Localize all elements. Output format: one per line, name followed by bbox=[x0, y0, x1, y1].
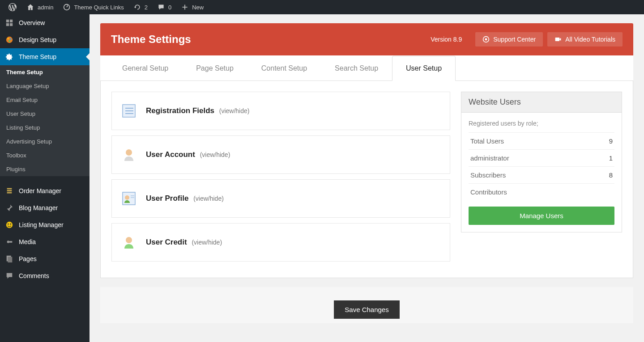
tab-page-setup[interactable]: Page Setup bbox=[182, 56, 247, 81]
main-content: Theme Settings Version 8.9 Support Cente… bbox=[90, 14, 644, 342]
stats-row: administrator1 bbox=[469, 149, 614, 166]
admin-sidebar: OverviewDesign SetupTheme Setup Theme Se… bbox=[0, 14, 90, 342]
sidebar-subitem-advertising-setup[interactable]: Advertising Setup bbox=[0, 135, 90, 148]
credit-icon bbox=[121, 234, 137, 250]
video-icon bbox=[554, 36, 562, 43]
svg-point-22 bbox=[126, 149, 132, 156]
sidebar-item-listing-manager[interactable]: Listing Manager bbox=[0, 216, 90, 233]
theme-links-label: Theme Quick Links bbox=[74, 4, 124, 11]
accordion-hint: (view/hide) bbox=[219, 107, 250, 114]
tab-general-setup[interactable]: General Setup bbox=[108, 56, 182, 81]
sidebar-item-label: Blog Manager bbox=[19, 204, 58, 211]
accordion-header[interactable]: Registration Fields (view/hide) bbox=[112, 92, 450, 130]
dashboard-icon bbox=[62, 3, 71, 12]
theme-header: Theme Settings Version 8.9 Support Cente… bbox=[100, 23, 633, 55]
stats-label: Subscribers bbox=[470, 171, 506, 179]
sidebar-subitem-language-setup[interactable]: Language Setup bbox=[0, 79, 90, 93]
plus-icon bbox=[180, 3, 189, 12]
sidebar-item-order-manager[interactable]: Order Manager bbox=[0, 182, 90, 199]
stats-label: administrator bbox=[470, 154, 509, 162]
svg-point-5 bbox=[6, 37, 13, 43]
svg-point-11 bbox=[10, 224, 11, 225]
gear-icon bbox=[5, 53, 14, 61]
form-icon bbox=[121, 103, 137, 119]
wp-admin-bar: admin Theme Quick Links 2 0 New bbox=[0, 0, 644, 14]
widget-note: Registered users by role; bbox=[469, 120, 614, 127]
sidebar-item-label: Theme Setup bbox=[19, 53, 56, 60]
stats-value: 8 bbox=[609, 171, 613, 179]
accordion-title: User Credit (view/hide) bbox=[146, 238, 222, 247]
wp-logo[interactable] bbox=[4, 0, 21, 14]
accordion-header[interactable]: User Account (view/hide) bbox=[112, 136, 450, 173]
new-label: New bbox=[192, 4, 204, 11]
support-label: Support Center bbox=[493, 36, 536, 43]
support-center-button[interactable]: Support Center bbox=[475, 32, 543, 46]
pin-icon bbox=[5, 204, 14, 212]
order-icon bbox=[5, 187, 14, 195]
sidebar-item-label: Media bbox=[19, 238, 36, 245]
sidebar-item-theme-setup[interactable]: Theme Setup bbox=[0, 48, 90, 65]
sidebar-subitem-email-setup[interactable]: Email Setup bbox=[0, 93, 90, 107]
tab-user-setup[interactable]: User Setup bbox=[392, 56, 456, 81]
svg-point-27 bbox=[126, 237, 132, 243]
accordion-title: Registration Fields (view/hide) bbox=[146, 106, 249, 115]
stats-row: Subscribers8 bbox=[469, 166, 614, 183]
comment-icon bbox=[157, 3, 166, 12]
sidebar-subitem-listing-setup[interactable]: Listing Setup bbox=[0, 121, 90, 135]
stats-label: Total Users bbox=[470, 137, 504, 145]
save-changes-button[interactable]: Save Changes bbox=[334, 300, 399, 319]
sidebar-subitem-plugins[interactable]: Plugins bbox=[0, 162, 90, 176]
comments-icon bbox=[5, 272, 14, 280]
sidebar-subitem-toolbox[interactable]: Toolbox bbox=[0, 148, 90, 162]
panel-container: Registration Fields (view/hide)User Acco… bbox=[100, 81, 633, 278]
version-label: Version 8.9 bbox=[431, 36, 462, 43]
support-icon bbox=[482, 36, 490, 43]
tab-search-setup[interactable]: Search Setup bbox=[321, 56, 392, 81]
manage-users-button[interactable]: Manage Users bbox=[469, 207, 614, 225]
new-link[interactable]: New bbox=[176, 0, 208, 14]
website-users-widget: Website Users Registered users by role; … bbox=[461, 92, 622, 232]
sidebar-item-overview[interactable]: Overview bbox=[0, 14, 90, 31]
pages-icon bbox=[5, 255, 14, 263]
sidebar-item-design-setup[interactable]: Design Setup bbox=[0, 31, 90, 48]
user-icon bbox=[121, 147, 137, 163]
profile-icon bbox=[121, 190, 137, 207]
comments-link[interactable]: 0 bbox=[152, 0, 176, 14]
accordion-header[interactable]: User Profile (view/hide) bbox=[112, 180, 450, 217]
svg-rect-4 bbox=[10, 23, 13, 26]
accordion-header[interactable]: User Credit (view/hide) bbox=[112, 224, 450, 261]
sidebar-item-label: Design Setup bbox=[19, 36, 56, 43]
accordion-hint: (view/hide) bbox=[192, 239, 222, 246]
theme-quick-links[interactable]: Theme Quick Links bbox=[58, 0, 128, 14]
sidebar-item-comments[interactable]: Comments bbox=[0, 267, 90, 284]
comments-count: 0 bbox=[168, 4, 171, 11]
overview-icon bbox=[5, 19, 14, 27]
accordion-user-credit: User Credit (view/hide) bbox=[111, 223, 450, 262]
media-icon bbox=[5, 238, 14, 246]
sidebar-subitem-user-setup[interactable]: User Setup bbox=[0, 107, 90, 121]
sidebar-item-label: Pages bbox=[19, 255, 37, 262]
tab-content-setup[interactable]: Content Setup bbox=[247, 56, 321, 81]
stats-row: Total Users9 bbox=[469, 132, 614, 149]
sidebar-item-blog-manager[interactable]: Blog Manager bbox=[0, 199, 90, 216]
save-row: Save Changes bbox=[100, 287, 633, 323]
svg-rect-14 bbox=[8, 257, 12, 263]
sidebar-item-label: Comments bbox=[19, 272, 49, 279]
stats-label: Contributors bbox=[470, 188, 507, 196]
site-link[interactable]: admin bbox=[21, 0, 58, 14]
video-tutorials-button[interactable]: All Video Tutorials bbox=[547, 32, 623, 46]
stats-row: Contributors bbox=[469, 183, 614, 200]
updates-count: 2 bbox=[145, 4, 148, 11]
sidebar-item-pages[interactable]: Pages bbox=[0, 250, 90, 267]
settings-tabs: General SetupPage SetupContent SetupSear… bbox=[100, 55, 633, 81]
accordion-hint: (view/hide) bbox=[200, 151, 230, 158]
widget-column: Website Users Registered users by role; … bbox=[461, 92, 622, 267]
updates-link[interactable]: 2 bbox=[128, 0, 152, 14]
sidebar-subitem-theme-setup[interactable]: Theme Setup bbox=[0, 65, 90, 79]
video-label: All Video Tutorials bbox=[565, 36, 615, 43]
svg-rect-2 bbox=[10, 20, 13, 22]
accordion-hint: (view/hide) bbox=[193, 195, 224, 202]
svg-rect-1 bbox=[6, 20, 9, 22]
sidebar-item-media[interactable]: Media bbox=[0, 233, 90, 250]
svg-point-8 bbox=[9, 40, 10, 42]
